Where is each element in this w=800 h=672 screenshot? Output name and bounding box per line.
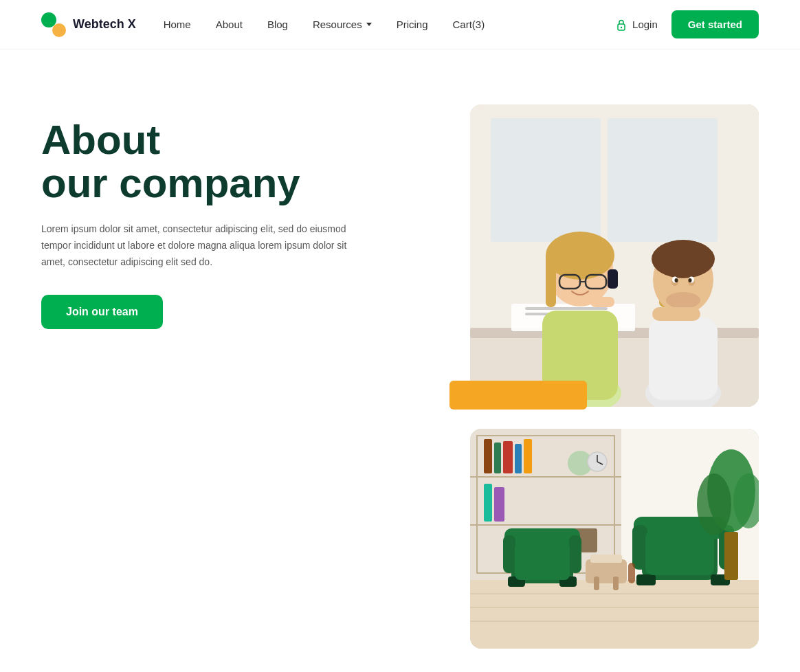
svg-rect-43 <box>494 443 501 473</box>
navbar: Webtech X Home About Blog Resources Pric… <box>0 0 800 49</box>
svg-rect-75 <box>613 576 619 590</box>
svg-point-27 <box>666 292 700 309</box>
chevron-down-icon <box>366 23 372 26</box>
svg-rect-4 <box>608 118 718 242</box>
nav-resources[interactable]: Resources <box>313 19 372 30</box>
svg-rect-22 <box>649 317 718 400</box>
svg-point-31 <box>689 278 692 282</box>
nav-pricing[interactable]: Pricing <box>397 19 428 30</box>
svg-rect-68 <box>724 532 738 580</box>
svg-rect-72 <box>628 563 635 583</box>
nav-about[interactable]: About <box>216 19 243 30</box>
join-team-button[interactable]: Join our team <box>41 295 163 329</box>
svg-rect-74 <box>594 576 599 590</box>
svg-rect-57 <box>569 535 581 573</box>
svg-rect-48 <box>494 487 504 522</box>
lock-icon <box>616 19 627 31</box>
svg-rect-65 <box>636 574 656 585</box>
svg-rect-73 <box>586 559 627 583</box>
nav-blog[interactable]: Blog <box>267 19 288 30</box>
get-started-button[interactable]: Get started <box>671 10 759 38</box>
svg-point-24 <box>652 240 715 278</box>
hero-title: About our company <box>41 118 399 205</box>
hero-image-bottom-right <box>470 429 759 649</box>
hero-left: About our company Lorem ipsum dolor sit … <box>41 104 399 329</box>
svg-rect-45 <box>515 444 522 473</box>
svg-point-70 <box>697 473 731 535</box>
svg-rect-8 <box>525 307 608 310</box>
svg-point-29 <box>675 278 678 282</box>
hero-images-right <box>470 104 759 649</box>
svg-rect-63 <box>632 525 647 570</box>
brand-name: Webtech X <box>73 17 136 32</box>
hero-image-top <box>470 104 759 407</box>
svg-rect-34 <box>470 580 759 649</box>
hero-description: Lorem ipsum dolor sit amet, consectetur … <box>41 221 371 270</box>
login-label: Login <box>632 19 658 30</box>
svg-rect-42 <box>484 439 492 473</box>
svg-rect-46 <box>524 439 532 473</box>
svg-rect-47 <box>484 484 492 522</box>
svg-rect-56 <box>503 535 515 573</box>
nav-right: Login Get started <box>616 10 759 38</box>
svg-rect-67 <box>645 530 714 575</box>
svg-rect-32 <box>652 307 700 321</box>
svg-rect-76 <box>590 555 622 563</box>
svg-rect-3 <box>491 118 601 242</box>
svg-rect-60 <box>515 542 570 580</box>
svg-rect-19 <box>608 269 618 289</box>
yellow-accent-1 <box>449 381 587 410</box>
svg-point-1 <box>621 26 622 27</box>
logo[interactable]: Webtech X <box>41 12 136 37</box>
svg-rect-14 <box>546 252 556 307</box>
nav-home[interactable]: Home <box>164 19 191 30</box>
nav-links: Home About Blog Resources Pricing Cart(3… <box>164 19 485 30</box>
login-button[interactable]: Login <box>616 19 658 31</box>
svg-rect-44 <box>503 441 513 473</box>
svg-rect-20 <box>590 297 614 307</box>
nav-cart[interactable]: Cart(3) <box>453 19 485 30</box>
logo-icon <box>41 12 66 37</box>
hero-section: About our company Lorem ipsum dolor sit … <box>0 49 800 672</box>
